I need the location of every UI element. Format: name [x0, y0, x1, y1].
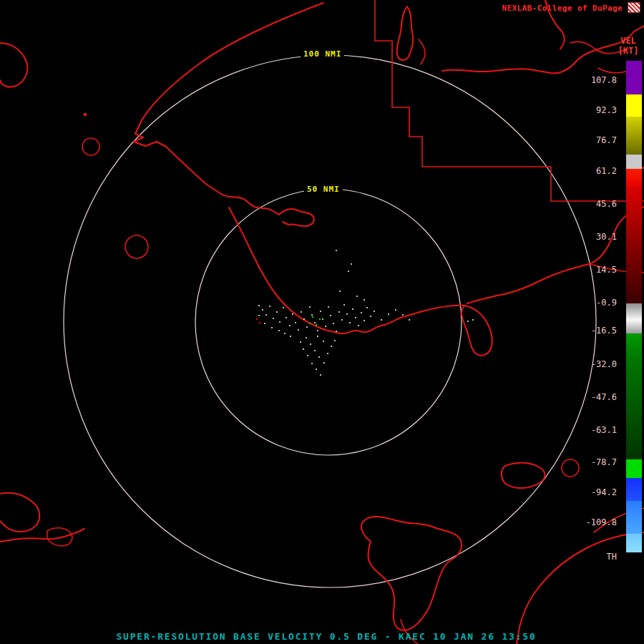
velocity-echo	[364, 320, 365, 321]
velocity-echo	[402, 314, 404, 316]
coastline-diagonal	[229, 208, 331, 331]
velocity-echo	[265, 314, 267, 316]
velocity-echo	[258, 305, 260, 306]
velocity-echo	[319, 318, 321, 321]
velocity-echo	[286, 317, 287, 318]
velocity-echo	[262, 309, 263, 311]
velocity-echo	[314, 322, 316, 323]
ring-label-50nmi: 50 NMI	[304, 184, 343, 195]
velocity-echo	[325, 326, 326, 327]
velocity-echo-layer	[256, 250, 474, 376]
velocity-echo	[314, 350, 316, 351]
velocity-echo	[279, 321, 280, 323]
island-bottom-right-large	[361, 517, 462, 630]
velocity-echo	[374, 311, 375, 312]
scale-tick-label: 14.5	[560, 265, 617, 275]
velocity-echo	[395, 309, 396, 311]
velocity-echo	[323, 341, 324, 342]
radar-display: 100 NMI 50 NMI NEXLAB-College of DuPage …	[0, 0, 644, 644]
velocity-echo	[271, 327, 273, 328]
range-ring-50nmi	[195, 189, 462, 455]
scale-title-units: [KT]	[614, 46, 643, 56]
velocity-echo	[317, 336, 318, 337]
velocity-echo	[278, 330, 280, 331]
velocity-echo	[349, 322, 351, 323]
scale-tick-label: 45.6	[560, 199, 617, 210]
velocity-echo	[316, 324, 318, 326]
velocity-echo	[328, 306, 329, 308]
velocity-echo	[320, 374, 321, 376]
velocity-echo	[316, 369, 317, 370]
velocity-echo	[309, 323, 311, 325]
velocity-echo	[311, 363, 313, 364]
peninsula-loop	[462, 306, 492, 356]
velocity-echo	[306, 326, 308, 328]
dupage-logo-icon	[628, 3, 640, 12]
velocity-colorbar	[626, 61, 642, 556]
velocity-echo	[273, 318, 274, 319]
velocity-echo	[339, 291, 341, 292]
scale-tick-label: -32.0	[560, 359, 617, 370]
velocity-echo	[323, 362, 325, 364]
scale-tick-label: 61.2	[560, 166, 617, 177]
island-top-right-1	[397, 6, 414, 60]
velocity-echo	[259, 322, 261, 324]
velocity-echo	[289, 325, 291, 326]
velocity-echo	[311, 314, 313, 316]
velocity-echo	[258, 315, 260, 316]
velocity-echo	[300, 341, 301, 343]
velocity-echo	[284, 333, 286, 334]
velocity-echo	[336, 250, 337, 251]
velocity-echo	[341, 319, 343, 321]
velocity-echo	[472, 319, 474, 321]
velocity-echo	[370, 316, 371, 317]
scale-tick-label: -16.5	[560, 326, 617, 336]
blob-top-left	[0, 43, 27, 87]
scale-tick-label: -47.6	[560, 392, 617, 403]
velocity-echo	[366, 307, 368, 308]
velocity-echo	[307, 355, 308, 356]
velocity-echo	[355, 317, 356, 318]
blob-bottom-left	[0, 493, 39, 532]
velocity-echo	[381, 319, 382, 321]
velocity-echo	[309, 306, 311, 308]
island-small-bottom-right	[502, 463, 545, 488]
velocity-echo	[334, 340, 336, 341]
coastline-bay-hook	[279, 209, 314, 226]
velocity-echo	[298, 329, 299, 331]
velocity-echo	[318, 356, 320, 358]
velocity-echo	[290, 336, 291, 337]
scale-tick-label: 92.3	[560, 105, 617, 116]
velocity-echo	[348, 270, 349, 272]
velocity-echo	[322, 318, 323, 320]
velocity-echo	[306, 337, 307, 338]
velocity-echo	[320, 311, 321, 312]
scale-title: VEL [KT]	[614, 36, 643, 56]
scale-tick-label: -109.8	[560, 517, 617, 528]
velocity-echo	[303, 318, 305, 320]
velocity-echo	[283, 307, 284, 308]
velocity-echo	[312, 316, 314, 318]
velocity-echo	[336, 331, 337, 332]
scale-tick-label: 76.7	[560, 135, 617, 146]
velocity-echo	[351, 263, 352, 265]
scale-title-vel: VEL	[614, 36, 643, 46]
velocity-echo	[295, 322, 296, 323]
radar-map	[0, 0, 644, 644]
scale-labels: 107.8 92.3 76.7 61.2 45.6 30.1 14.5 -0.9…	[560, 0, 617, 644]
velocity-echo	[269, 306, 270, 307]
coastline-center-east	[331, 306, 465, 334]
velocity-echo	[364, 299, 365, 301]
ring-label-100nmi: 100 NMI	[301, 49, 344, 59]
range-rings	[64, 55, 596, 587]
product-caption: SUPER-RESOLUTION BASE VELOCITY 0.5 DEG -…	[116, 631, 536, 642]
scale-tick-label: 107.8	[560, 75, 617, 86]
velocity-echo	[346, 313, 348, 315]
velocity-echo	[358, 325, 359, 326]
threshold-label: TH	[560, 552, 617, 562]
map-dot-left	[84, 113, 87, 116]
velocity-echo	[317, 330, 318, 331]
velocity-echo	[292, 313, 293, 315]
velocity-echo	[388, 313, 389, 315]
lake-circle-left-2	[125, 235, 148, 258]
